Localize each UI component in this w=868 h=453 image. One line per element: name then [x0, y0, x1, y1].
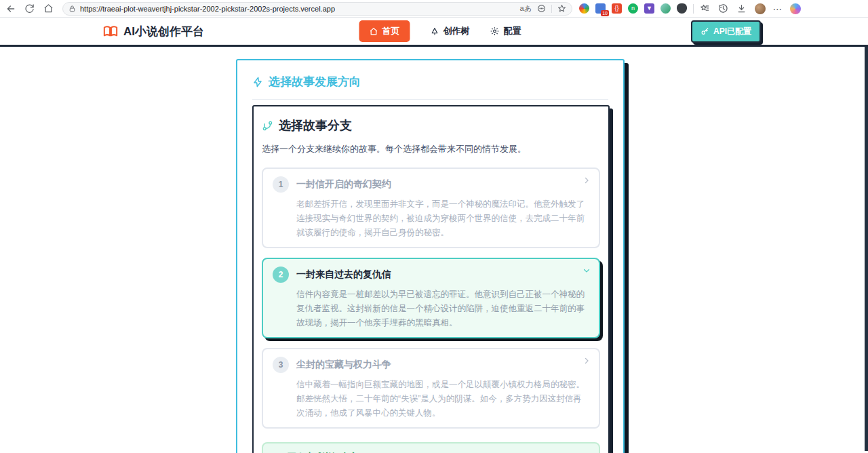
card-title-row: 选择故事分支: [262, 117, 600, 134]
address-bar[interactable]: https://traeai-plot-weavertjhj-pickstar-…: [62, 2, 572, 16]
browser-menu-icon[interactable]: ⋯: [772, 4, 784, 14]
main-nav: 首页 创作树 配置: [359, 20, 521, 42]
lightning-icon: [252, 77, 263, 87]
book-icon: [103, 25, 118, 38]
site-info-lock-icon[interactable]: [68, 5, 76, 13]
option-title: 一封信开启的奇幻契约: [296, 178, 391, 191]
generation-progress-box: 正在生成详细内容... ∴· 19% 完成 预计还需 10-20 秒: [262, 442, 600, 453]
key-icon: [701, 27, 709, 36]
profile-avatar[interactable]: [755, 3, 766, 14]
extension-colorwheel-icon[interactable]: [579, 3, 589, 14]
app-header: AI小说创作平台 首页 创作树 配置 API已配置: [0, 18, 868, 47]
option-number-badge: 3: [273, 357, 289, 373]
section-title-row: 选择故事发展方向: [252, 74, 608, 90]
scrollbar[interactable]: [865, 47, 868, 451]
divider: [693, 4, 694, 14]
url-text[interactable]: https://traeai-plot-weavertjhj-pickstar-…: [80, 5, 516, 13]
favorite-star-icon[interactable]: [557, 4, 566, 13]
nav-creation-tree[interactable]: 创作树: [431, 25, 470, 37]
card-subtitle: 选择一个分支来继续你的故事。每个选择都会带来不同的情节发展。: [262, 143, 600, 155]
browser-toolbar: https://traeai-plot-weavertjhj-pickstar-…: [0, 0, 868, 18]
extension-n-icon[interactable]: n: [628, 3, 638, 14]
translate-icon[interactable]: aあ: [520, 3, 532, 14]
home-icon: [370, 27, 378, 36]
api-button-label: API已配置: [713, 26, 751, 37]
extension-plant-icon[interactable]: [660, 3, 671, 14]
option-number-badge: 2: [273, 267, 289, 283]
divider: [252, 99, 608, 100]
nav-tree-label: 创作树: [443, 25, 470, 37]
downloads-icon[interactable]: [736, 3, 749, 14]
collections-icon[interactable]: [700, 3, 712, 14]
back-icon[interactable]: [5, 3, 18, 14]
branch-options: 1 一封信开启的奇幻契约 老邮差拆开信，发现里面并非文字，而是一个神秘的魔法印记…: [262, 168, 600, 429]
nav-config[interactable]: 配置: [490, 25, 521, 37]
branch-select-card: 选择故事分支 选择一个分支来继续你的故事。每个选择都会带来不同的情节发展。 1 …: [252, 105, 610, 453]
option-title: 尘封的宝藏与权力斗争: [296, 359, 391, 371]
gear-icon: [490, 26, 500, 36]
git-branch-icon: [262, 120, 273, 132]
extension-puzzle-icon[interactable]: 10: [595, 3, 606, 14]
branch-option-3[interactable]: 3 尘封的宝藏与权力斗争 信中藏着一幅指向巨额宝藏的地图，或是一个足以颠覆小镇权…: [262, 348, 600, 429]
option-description: 信中藏着一幅指向巨额宝藏的地图，或是一个足以颠覆小镇权力格局的秘密。邮差恍然大悟…: [296, 378, 589, 420]
nav-config-label: 配置: [504, 25, 521, 37]
branch-option-2-selected[interactable]: 2 一封来自过去的复仇信 信件内容竟是一桩邮差以为早已被遗忘的罪证。他意识到自己…: [262, 258, 600, 338]
app-logo[interactable]: AI小说创作平台: [103, 24, 204, 39]
option-title: 一封来自过去的复仇信: [296, 269, 391, 281]
nav-home-button[interactable]: 首页: [359, 20, 410, 42]
refresh-icon[interactable]: [24, 3, 37, 14]
section-title: 选择故事发展方向: [269, 74, 361, 90]
api-configured-button[interactable]: API已配置: [691, 20, 761, 43]
reader-icon[interactable]: [537, 4, 546, 13]
chevron-right-icon: [583, 176, 591, 184]
extension-badge: 10: [601, 10, 609, 16]
option-description: 信件内容竟是一桩邮差以为早已被遗忘的罪证。他意识到自己正被一个神秘的复仇者监视。…: [296, 288, 589, 330]
copilot-icon[interactable]: [790, 3, 801, 14]
extension-shield-icon[interactable]: ▼: [644, 3, 654, 14]
app-title: AI小说创作平台: [123, 24, 204, 39]
divider: [551, 5, 552, 13]
chevron-down-icon: [583, 267, 591, 275]
history-icon[interactable]: [718, 3, 730, 14]
card-title: 选择故事分支: [279, 117, 352, 134]
branch-option-1[interactable]: 1 一封信开启的奇幻契约 老邮差拆开信，发现里面并非文字，而是一个神秘的魔法印记…: [262, 168, 600, 248]
option-number-badge: 1: [273, 176, 289, 193]
nav-home-label: 首页: [382, 25, 400, 37]
home-icon[interactable]: [43, 3, 56, 14]
option-description: 老邮差拆开信，发现里面并非文字，而是一个神秘的魔法印记。他意外触发了连接现实与奇…: [296, 197, 589, 240]
chevron-right-icon: [583, 357, 591, 365]
page-body: 选择故事发展方向 选择故事分支 选择一个分支来继续你的故事。每个选择都会带来不同…: [0, 47, 868, 451]
extension-code-icon[interactable]: {}: [612, 3, 622, 14]
extension-cat-icon[interactable]: [677, 3, 687, 14]
extensions-row: 10 {} n ▼ ⋯: [579, 3, 801, 14]
story-direction-panel: 选择故事发展方向 选择故事分支 选择一个分支来继续你的故事。每个选择都会带来不同…: [236, 59, 625, 453]
tree-icon: [431, 27, 439, 36]
